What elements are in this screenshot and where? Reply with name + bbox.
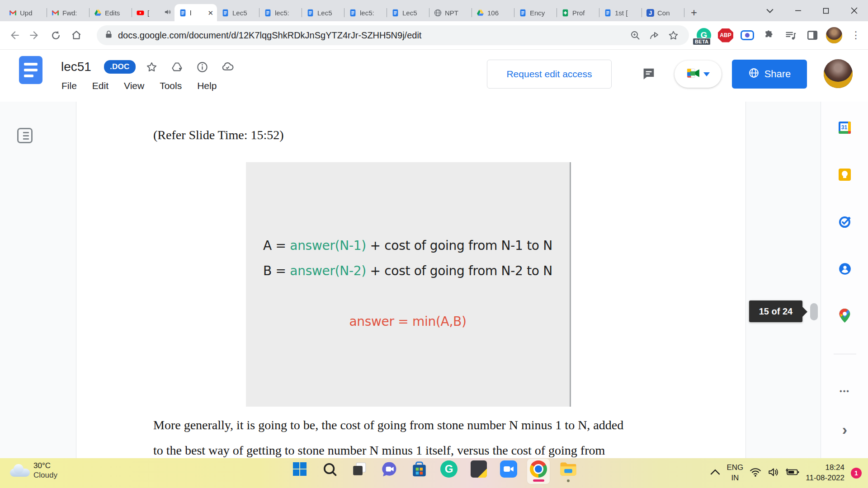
- notification-count-badge[interactable]: 1: [851, 468, 862, 479]
- https-lock-icon[interactable]: [104, 30, 113, 41]
- menu-help[interactable]: Help: [197, 80, 217, 91]
- browser-tab-doc-lec5-5[interactable]: Lec5: [387, 4, 429, 21]
- menu-tools[interactable]: Tools: [160, 80, 182, 91]
- tab-close-icon[interactable]: ✕: [208, 9, 213, 16]
- document-outline-icon[interactable]: [17, 128, 33, 143]
- notes-app-icon[interactable]: [470, 460, 488, 478]
- url-text[interactable]: docs.google.com/document/d/12K7lqgShkRDk…: [118, 30, 626, 41]
- side-panel-icon[interactable]: [804, 26, 821, 44]
- menu-file[interactable]: File: [61, 80, 77, 91]
- tab-label: Lec5: [232, 9, 256, 17]
- tab-audio-icon[interactable]: [164, 9, 171, 17]
- menu-edit[interactable]: Edit: [92, 80, 108, 91]
- task-view-icon[interactable]: [350, 460, 368, 478]
- document-title[interactable]: lec51: [61, 60, 91, 74]
- document-canvas: (Refer Slide Time: 15:52) A = answer(N-1…: [0, 102, 821, 488]
- tab-label: 106: [487, 9, 511, 17]
- maps-panel-icon[interactable]: [821, 309, 868, 323]
- adblock-plus-extension-icon[interactable]: ABP: [717, 26, 734, 44]
- browser-tab-nptel[interactable]: NPT: [429, 4, 472, 21]
- browser-tab-doc-lec5-4[interactable]: lec5:: [344, 4, 387, 21]
- document-status-info-icon[interactable]: [193, 58, 212, 76]
- chrome-app-icon[interactable]: [529, 460, 547, 478]
- youtube-icon: [137, 9, 144, 17]
- tray-show-hidden-icons[interactable]: [710, 469, 720, 477]
- star-document-icon[interactable]: [143, 58, 161, 76]
- media-controls-icon[interactable]: [782, 26, 799, 44]
- move-to-drive-icon[interactable]: [168, 58, 186, 76]
- window-maximize-button[interactable]: [812, 0, 840, 21]
- panel-collapse-chevron-icon[interactable]: ›: [821, 421, 868, 438]
- menu-view[interactable]: View: [124, 80, 144, 91]
- request-edit-access-button[interactable]: Request edit access: [487, 60, 612, 89]
- browser-tab-gmail-2[interactable]: Fwd:: [47, 4, 90, 21]
- chat-app-icon[interactable]: [380, 460, 398, 478]
- file-explorer-icon[interactable]: [559, 460, 577, 478]
- document-scrollbar-thumb[interactable]: [810, 303, 818, 320]
- volume-icon[interactable]: [768, 467, 779, 479]
- browser-tab-drive[interactable]: Edits: [90, 4, 132, 21]
- battery-charging-icon[interactable]: [786, 468, 799, 479]
- browser-tab-drive-106[interactable]: 106: [472, 4, 514, 21]
- microsoft-store-icon[interactable]: [410, 460, 428, 478]
- window-minimize-button[interactable]: [784, 0, 812, 21]
- wifi-icon[interactable]: [750, 467, 761, 479]
- pip-extension-icon[interactable]: [739, 26, 756, 44]
- browser-tab-gmail-1[interactable]: Upd: [5, 4, 47, 21]
- comments-icon[interactable]: [638, 63, 659, 84]
- paragraph-line-2: to the best way of getting to stone numb…: [153, 443, 687, 458]
- bookmark-star-icon[interactable]: [664, 26, 683, 45]
- paragraph-line-1: More generally, it is going to be, the c…: [153, 418, 687, 432]
- browser-tab-youtube[interactable]: [: [132, 4, 175, 21]
- browser-tab-strip: Upd Fwd: Edits [ l ✕: [0, 0, 868, 21]
- extensions-puzzle-icon[interactable]: [760, 26, 778, 44]
- browser-tab-doc-lec5-3[interactable]: Lec5: [302, 4, 344, 21]
- tasks-panel-icon[interactable]: [821, 216, 868, 228]
- browser-tab-sheets-prof[interactable]: Prof: [557, 4, 599, 21]
- browser-menu-icon[interactable]: ⋮: [847, 26, 864, 44]
- browser-tab-lec51-active[interactable]: l ✕: [175, 4, 217, 21]
- window-close-button[interactable]: [840, 0, 868, 21]
- clock-widget[interactable]: 18:24 11-08-2022: [806, 463, 844, 483]
- tab-label: lec5:: [275, 9, 298, 17]
- share-page-icon[interactable]: [645, 26, 664, 45]
- contacts-panel-icon[interactable]: [821, 263, 868, 275]
- start-button[interactable]: [291, 460, 309, 478]
- taskbar-search-icon[interactable]: [321, 460, 339, 478]
- tab-search-chevron-icon[interactable]: [756, 0, 784, 21]
- keep-panel-icon[interactable]: [821, 169, 868, 181]
- grammarly-g: G: [440, 460, 458, 478]
- google-docs-logo-icon[interactable]: [19, 56, 42, 84]
- browser-profile-avatar[interactable]: [826, 26, 843, 44]
- slide-formula-image[interactable]: A = answer(N-1) + cost of going from N-1…: [246, 162, 571, 407]
- grammarly-app-icon[interactable]: G: [440, 460, 458, 478]
- tab-label: Edits: [105, 9, 128, 17]
- back-button[interactable]: [4, 25, 24, 46]
- browser-tab-doc-lec5-1[interactable]: Lec5: [217, 4, 259, 21]
- forward-button[interactable]: [24, 25, 45, 46]
- language-indicator[interactable]: ENG IN: [726, 463, 743, 483]
- chrome-active-indicator: [533, 479, 544, 482]
- grammarly-extension-icon[interactable]: G BETA: [695, 26, 712, 44]
- browser-tab-doc-lec5-2[interactable]: lec5:: [259, 4, 302, 21]
- cloud-saved-icon[interactable]: [219, 58, 237, 76]
- zoom-page-icon[interactable]: [626, 26, 645, 45]
- gmail-icon: [9, 9, 17, 17]
- new-tab-button[interactable]: +: [687, 6, 701, 19]
- zoom-app-icon[interactable]: [500, 460, 518, 478]
- meet-dropdown-caret-icon[interactable]: [703, 72, 710, 76]
- browser-tab-1st[interactable]: 1st [: [599, 4, 642, 21]
- google-docs-icon: [604, 9, 612, 17]
- tab-label: Prof: [572, 9, 596, 17]
- calendar-panel-icon[interactable]: 31: [821, 122, 868, 134]
- panel-more-icon[interactable]: •••: [821, 387, 868, 395]
- browser-tab-ency[interactable]: Ency: [514, 4, 557, 21]
- join-meet-button[interactable]: [675, 61, 722, 88]
- reload-button[interactable]: [45, 25, 66, 46]
- share-button[interactable]: Share: [732, 60, 807, 89]
- address-bar[interactable]: docs.google.com/document/d/12K7lqgShkRDk…: [97, 25, 689, 45]
- docs-profile-avatar[interactable]: [824, 59, 853, 88]
- weather-widget[interactable]: 30°C Cloudy: [9, 461, 57, 480]
- browser-tab-con[interactable]: J Con: [642, 4, 684, 21]
- home-button[interactable]: [66, 25, 87, 46]
